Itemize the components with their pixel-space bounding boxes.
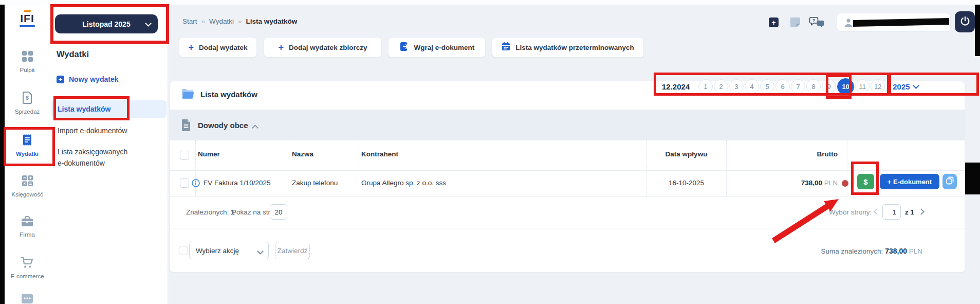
- overdue-calendar-icon: [502, 42, 510, 53]
- month-4[interactable]: 4: [745, 79, 759, 94]
- plus-icon: +: [279, 43, 284, 52]
- chevron-down-icon: [257, 248, 264, 255]
- annotation-arrow: [766, 194, 848, 246]
- column-header-numer: Numer: [198, 150, 220, 158]
- receipt-icon: [22, 139, 32, 148]
- left-black-edge: [0, 5, 5, 304]
- logout-power-button[interactable]: [955, 11, 975, 32]
- month-selector-label: Listopad 2025: [82, 20, 130, 28]
- breadcrumb-current: Lista wydatków: [246, 17, 297, 25]
- cell-data-wplywu: 16-10-2025: [646, 179, 726, 187]
- add-bulk-expense-button[interactable]: + Dodaj wydatek zbiorczy: [264, 37, 382, 58]
- action-select[interactable]: Wybierz akcję: [189, 242, 269, 259]
- upload-edocument-button[interactable]: Wgraj e-dokument: [388, 37, 486, 58]
- plus-square-icon: +: [57, 76, 64, 83]
- submenu-heading: Wydatki: [57, 49, 89, 59]
- month-11[interactable]: 11: [855, 79, 870, 94]
- app-logo[interactable]: IFI: [5, 10, 50, 27]
- group-band: [170, 110, 965, 140]
- briefcase-icon: [21, 220, 33, 228]
- found-count: Znalezionych: 1: [186, 208, 235, 216]
- sidebar-item-pulpit[interactable]: Pulpit: [5, 50, 50, 73]
- right-black-patch: [963, 163, 980, 194]
- notes-icon[interactable]: [790, 17, 801, 30]
- menu-item-import-edokumentow[interactable]: Import e-dokumentów: [58, 125, 127, 136]
- month-10-selected[interactable]: 10: [837, 78, 854, 95]
- sidebar-item-ecommerce[interactable]: E-commerce: [5, 256, 50, 279]
- plus-icon: +: [771, 19, 775, 26]
- overdue-expenses-button[interactable]: Lista wydatków przeterminowanych: [492, 37, 644, 58]
- logo-blue-bar: [20, 25, 35, 27]
- sidebar-item-sprzedaz[interactable]: $ Sprzedaż: [5, 92, 50, 115]
- chevron-down-icon: [145, 20, 152, 27]
- new-expense-link[interactable]: + Nowy wydatek: [57, 75, 118, 83]
- cart-icon: [21, 261, 34, 270]
- month-5[interactable]: 5: [760, 79, 774, 94]
- year-selector[interactable]: 2025: [893, 82, 918, 91]
- quick-add-button[interactable]: +: [769, 17, 779, 27]
- breadcrumb-wydatki[interactable]: Wydatki: [209, 17, 234, 25]
- previous-period-label[interactable]: 12.2024: [662, 82, 690, 91]
- right-black-edge-top: [975, 5, 980, 56]
- chevron-down-icon: [913, 82, 919, 89]
- add-edocument-button[interactable]: + E-dokument: [880, 174, 939, 189]
- sidebar-item-more[interactable]: [5, 293, 50, 304]
- cell-numer: FV Faktura 1/10/2025: [204, 179, 271, 187]
- sidebar-item-firma[interactable]: Firma: [5, 216, 50, 238]
- calculator-icon: [22, 180, 33, 188]
- breadcrumb: Start » Wydatki » Lista wydatków: [182, 17, 297, 25]
- user-avatar-icon: [843, 17, 854, 30]
- top-strip: [0, 0, 980, 5]
- list-title: Lista wydatków: [200, 90, 257, 99]
- column-header-nazwa: Nazwa: [292, 150, 313, 158]
- menu-item-lista-wydatkow[interactable]: Lista wydatków: [51, 100, 167, 118]
- month-8[interactable]: 8: [806, 79, 821, 94]
- month-3[interactable]: 3: [729, 79, 744, 94]
- folder-icon: [181, 88, 195, 101]
- per-page-input[interactable]: 20: [270, 204, 287, 220]
- month-12[interactable]: 12: [871, 79, 885, 94]
- cell-nazwa: Zakup telefonu: [292, 179, 338, 187]
- dollar-icon: $: [863, 177, 867, 186]
- sidebar-item-wydatki[interactable]: Wydatki: [5, 134, 50, 157]
- copy-icon: [946, 176, 954, 187]
- month-2[interactable]: 2: [714, 79, 728, 94]
- confirm-button[interactable]: Zatwierdź: [275, 242, 310, 259]
- page-total: z 1: [905, 208, 914, 216]
- row-checkbox[interactable]: [180, 178, 189, 188]
- select-all-checkbox[interactable]: [180, 151, 189, 160]
- upload-document-icon: [399, 42, 409, 53]
- logo-orange-bar: [24, 10, 31, 12]
- cell-kontrahent: Grupa Allegro sp. z o.o. sss: [361, 179, 446, 187]
- breadcrumb-separator: »: [238, 17, 242, 25]
- sidebar-item-ksiegowosc[interactable]: Księgowość: [5, 175, 50, 198]
- logo-text: IFI: [5, 13, 50, 24]
- page-number-input[interactable]: 1: [882, 204, 901, 220]
- more-dots-icon: [21, 297, 33, 304]
- month-1[interactable]: 1: [698, 79, 713, 94]
- plus-icon: +: [188, 43, 194, 52]
- column-header-kontrahent: Kontrahent: [361, 150, 398, 158]
- group-title[interactable]: Dowody obce: [198, 121, 248, 130]
- month-6[interactable]: 6: [775, 79, 790, 94]
- dollar-glyph: $: [26, 95, 29, 101]
- payment-dollar-button[interactable]: $: [857, 174, 874, 189]
- month-9[interactable]: 9: [822, 79, 836, 94]
- help-chat-icon[interactable]: ?: [809, 16, 825, 31]
- column-header-brutto: Brutto: [726, 150, 838, 158]
- breadcrumb-separator: »: [201, 17, 206, 25]
- breadcrumb-start[interactable]: Start: [182, 17, 197, 25]
- app-window: IFI Pulpit $ Sprzedaż Wydatki Księgowość…: [0, 0, 980, 304]
- duplicate-button[interactable]: [942, 174, 957, 189]
- question-glyph: ?: [812, 18, 816, 23]
- add-expense-button[interactable]: + Dodaj wydatek: [179, 37, 257, 58]
- month-selector-dropdown[interactable]: Listopad 2025: [55, 14, 158, 33]
- bulk-select-checkbox[interactable]: [179, 246, 188, 255]
- document-icon: [181, 119, 191, 134]
- menu-item-lista-zaksiegowanych[interactable]: Lista zaksięgowanych e-dokumentów: [58, 146, 127, 169]
- info-icon[interactable]: [192, 179, 200, 189]
- month-7[interactable]: 7: [791, 79, 805, 94]
- cell-brutto: 738,00 PLN: [726, 179, 838, 187]
- column-header-data-wplywu: Data wpływu: [646, 150, 726, 158]
- month-pagination: 12.2024 1 2 3 4 5 6 7 8 9 10 11 12 2025: [662, 77, 918, 96]
